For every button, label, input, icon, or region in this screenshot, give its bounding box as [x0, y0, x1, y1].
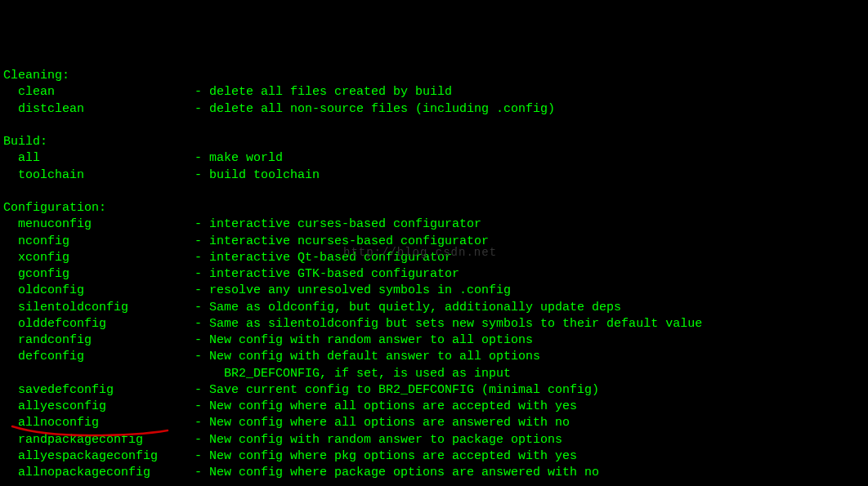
help-line-configuration-4: oldconfig - resolve any unresolved symbo…: [3, 283, 865, 299]
help-line-configuration-13: randpackageconfig - New config with rand…: [3, 432, 865, 448]
help-line-configuration-7: randconfig - New config with random answ…: [3, 332, 865, 349]
help-line-configuration-12: allnoconfig - New config where all optio…: [3, 415, 865, 431]
help-line-configuration-5: silentoldconfig - Same as oldconfig, but…: [3, 300, 865, 316]
help-line-configuration-9: BR2_DEFCONFIG, if set, is used as input: [3, 366, 865, 382]
help-line-configuration-0: menuconfig - interactive curses-based co…: [3, 216, 865, 233]
help-line-configuration-11: allyesconfig - New config where all opti…: [3, 399, 865, 415]
blank: [3, 118, 865, 134]
help-line-configuration-8: defconfig - New config with default answ…: [3, 349, 865, 365]
help-line-configuration-1: nconfig - interactive ncurses-based conf…: [3, 234, 865, 250]
blank: [3, 184, 865, 200]
help-line-build-1: toolchain - build toolchain: [3, 167, 865, 184]
help-line-configuration-15: allnopackageconfig - New config where pa…: [3, 465, 865, 481]
help-line-configuration-2: xconfig - interactive Qt-based configura…: [3, 250, 865, 266]
help-line-configuration-10: savedefconfig - Save current config to B…: [3, 382, 865, 399]
help-line-cleaning-0: clean - delete all files created by buil…: [3, 84, 865, 100]
help-line-configuration-6: olddefconfig - Same as silentoldconfig b…: [3, 316, 865, 332]
help-line-configuration-3: gconfig - interactive GTK-based configur…: [3, 266, 865, 283]
help-line-configuration-14: allyespackageconfig - New config where p…: [3, 448, 865, 465]
section-header-configuration: Configuration:: [3, 200, 865, 216]
section-header-build: Build:: [3, 134, 865, 150]
help-line-cleaning-1: distclean - delete all non-source files …: [3, 101, 865, 118]
help-line-build-0: all - make world: [3, 150, 865, 167]
terminal-output: Cleaning: clean - delete all files creat…: [3, 68, 865, 486]
section-header-cleaning: Cleaning:: [3, 68, 865, 84]
blank: [3, 481, 865, 486]
